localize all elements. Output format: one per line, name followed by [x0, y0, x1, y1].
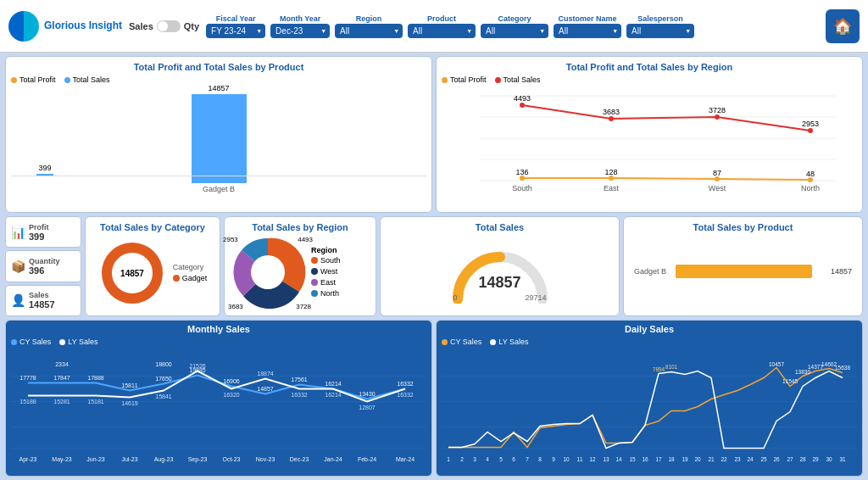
profit-dot-right [442, 77, 448, 83]
cy-val-jul: 15811 [121, 382, 138, 388]
home-button[interactable]: 🏠 [826, 9, 860, 43]
brand-text: Glorious Insight [44, 20, 122, 31]
x-may: May-23 [52, 456, 71, 463]
daily-ly-dot [490, 339, 496, 345]
x-d27: 27 [787, 456, 793, 462]
logo-icon [8, 11, 39, 42]
legend-sales: Total Sales [64, 75, 110, 84]
legend-profit-label: Total Profit [19, 75, 56, 84]
top-val-aug: 18800 [155, 361, 172, 367]
north-profit-label: 48 [806, 170, 815, 178]
gadget-dot [173, 275, 180, 282]
daily-cy-legend: CY Sales [442, 338, 481, 346]
daily-bg [442, 360, 857, 470]
cy-val-jun: 17888 [87, 375, 104, 381]
x-d14: 14 [615, 456, 622, 462]
x-mar: Mar-24 [396, 456, 415, 462]
x-d25: 25 [760, 456, 767, 462]
ly-dot [59, 339, 65, 345]
bar-chart-area: 14857 Gadget B 399 [11, 87, 426, 193]
gadgetb-val: 14857 [831, 267, 852, 276]
region-legend: Region South West East [311, 246, 341, 300]
monthly-legend: CY Sales LY Sales [11, 338, 426, 346]
bar-group-sales: 14857 Gadget B [192, 84, 247, 193]
x-d20: 20 [694, 456, 701, 462]
filter-fiscal-year: Fiscal Year FY 23-24FY 22-23 [206, 14, 265, 38]
x-d15: 15 [629, 456, 636, 462]
sales-dot-right [495, 77, 501, 83]
profit-dot [11, 77, 17, 83]
x-d9: 9 [552, 456, 555, 462]
month-year-select[interactable]: Dec-23Nov-23 [270, 24, 330, 38]
x-d19: 19 [682, 456, 688, 462]
gauge-max: 29714 [525, 293, 546, 302]
gauge-panel: Total Sales 14857 0 29714 [380, 216, 620, 316]
region-wrapper: AllSouthEastWestNorth [335, 24, 403, 38]
ly-val-dec: 16332 [291, 392, 308, 398]
filter-month-year: Month Year Dec-23Nov-23 [270, 14, 330, 38]
product-select[interactable]: All [408, 24, 476, 38]
daily-ly-label: LY Sales [498, 338, 528, 346]
sales-label: Sales [129, 21, 153, 31]
legend-profit-right: Total Profit [442, 75, 487, 84]
x-jul: Jul-23 [121, 456, 137, 462]
kpi-sales-card: 👤 Sales 14857 [5, 285, 81, 316]
customer-label: Customer Name [559, 14, 617, 23]
daily-val-17: 7894 [653, 366, 665, 372]
pie-label-bottom-left: 3683 [228, 303, 243, 310]
toggle-area: Sales Qty [129, 20, 199, 32]
north-label: North [320, 289, 339, 298]
ly-val-oct: 16320 [223, 392, 240, 398]
daily-chart-area: 10457 11545 13830 14377 14602 15638 7894… [442, 349, 857, 479]
category-select[interactable]: All [481, 24, 548, 38]
west-label: West [320, 267, 337, 276]
x-d24: 24 [747, 456, 754, 462]
filter-category: Category All [481, 14, 548, 38]
x-d17: 17 [655, 456, 662, 462]
donut-value: 14857 [120, 269, 144, 278]
axis-line [11, 176, 426, 176]
daily-title: Daily Sales [442, 324, 857, 334]
bar-label-bottom: Gadget B [203, 185, 235, 193]
south-profit-label: 136 [515, 168, 528, 176]
legend-profit: Total Profit [11, 75, 56, 84]
category-label: Category [498, 14, 531, 23]
fiscal-year-select[interactable]: FY 23-24FY 22-23 [206, 24, 265, 38]
h-bar-container [676, 265, 827, 278]
ly-val-nov: 18874 [257, 371, 274, 377]
daily-val-20: 10457 [769, 361, 784, 367]
region-legend-title: Region [311, 246, 341, 254]
cy-val-jan: 16214 [325, 381, 342, 387]
bar-value-sales: 14857 [208, 84, 229, 92]
customer-select[interactable]: All [554, 24, 621, 38]
x-south: South [512, 184, 532, 193]
x-d31: 31 [839, 456, 846, 462]
cy-val-may: 17847 [53, 375, 70, 381]
gauge-title: Total Sales [386, 222, 614, 232]
sales-qty-toggle[interactable] [157, 20, 181, 32]
top-right-legend: Total Profit Total Sales [442, 75, 857, 84]
north-dot [311, 290, 318, 297]
x-d12: 12 [589, 456, 596, 462]
x-d26: 26 [773, 456, 780, 462]
legend-profit-right-label: Total Profit [450, 75, 487, 84]
sales-point-north [808, 128, 813, 133]
east-sales-label: 3683 [603, 108, 620, 116]
profit-sales-region-title: Total Profit and Total Sales by Region [442, 62, 857, 72]
x-west: West [709, 184, 726, 193]
x-d18: 18 [668, 456, 675, 462]
region-pie-panel: Total Sales by Region [224, 216, 376, 316]
ly-val-feb: 12807 [359, 405, 376, 410]
category-wrapper: All [481, 24, 548, 38]
ly-val-sep: 21526 [189, 363, 206, 369]
east-dot [311, 279, 318, 286]
product-bar-title: Total Sales by Product [629, 222, 857, 232]
salesperson-wrapper: All [626, 24, 694, 38]
salesperson-select[interactable]: All [626, 24, 694, 38]
x-d1: 1 [447, 456, 450, 462]
south-label: South [320, 256, 341, 265]
category-legend-title: Category [173, 263, 208, 271]
x-d21: 21 [708, 456, 715, 462]
region-select[interactable]: AllSouthEastWestNorth [335, 24, 403, 38]
pie-label-top-right: 4493 [298, 236, 313, 243]
